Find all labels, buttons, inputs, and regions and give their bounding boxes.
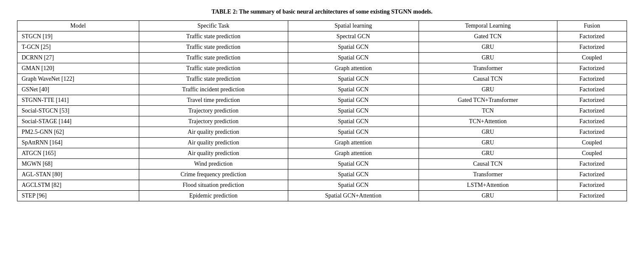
cell-9-1: Air quality prediction	[139, 127, 288, 138]
cell-6-1: Travel time prediction	[139, 95, 288, 106]
cell-9-3: GRU	[419, 127, 557, 138]
cell-10-3: GRU	[419, 138, 557, 148]
cell-1-0: T-GCN [25]	[17, 42, 139, 53]
col-header-0: Model	[17, 21, 139, 31]
cell-1-4: Factorized	[557, 42, 627, 53]
cell-11-3: GRU	[419, 148, 557, 159]
cell-4-0: Graph WaveNet [122]	[17, 74, 139, 85]
cell-7-1: Trajectory prediction	[139, 106, 288, 116]
table-row: GSNet [40]Traffic incident predictionSpa…	[17, 85, 627, 95]
cell-7-4: Factorized	[557, 106, 627, 116]
cell-8-2: Spatial GCN	[288, 116, 419, 127]
caption-text: The summary of basic neural architecture…	[238, 8, 433, 15]
cell-12-3: Causal TCN	[419, 159, 557, 169]
col-header-1: Specific Task	[139, 21, 288, 31]
table-row: Social-STGCN [53]Trajectory predictionSp…	[17, 106, 627, 116]
table-row: STEP [96]Epidemic predictionSpatial GCN+…	[17, 191, 627, 201]
cell-5-3: GRU	[419, 85, 557, 95]
table-row: STGNN-TTE [141]Travel time predictionSpa…	[17, 95, 627, 106]
cell-3-1: Traffic state prediction	[139, 63, 288, 74]
cell-4-3: Causal TCN	[419, 74, 557, 85]
cell-6-3: Gated TCN+Transformer	[419, 95, 557, 106]
cell-0-4: Factorized	[557, 31, 627, 42]
cell-0-0: STGCN [19]	[17, 31, 139, 42]
cell-0-1: Traffic state prediction	[139, 31, 288, 42]
col-header-3: Temporal Learning	[419, 21, 557, 31]
table-row: PM2.5-GNN [62]Air quality predictionSpat…	[17, 127, 627, 138]
cell-1-3: GRU	[419, 42, 557, 53]
col-header-2: Spatial learning	[288, 21, 419, 31]
cell-14-0: AGCLSTM [82]	[17, 180, 139, 191]
cell-13-2: Spatial GCN	[288, 169, 419, 180]
table-row: DCRNN [27]Traffic state predictionSpatia…	[17, 53, 627, 63]
table-row: ATGCN [165]Air quality predictionGraph a…	[17, 148, 627, 159]
cell-12-4: Factorized	[557, 159, 627, 169]
cell-8-1: Trajectory prediction	[139, 116, 288, 127]
table-row: STGCN [19]Traffic state predictionSpectr…	[17, 31, 627, 42]
cell-7-0: Social-STGCN [53]	[17, 106, 139, 116]
cell-11-2: Graph attention	[288, 148, 419, 159]
cell-9-4: Factorized	[557, 127, 627, 138]
cell-2-1: Traffic state prediction	[139, 53, 288, 63]
cell-13-1: Crime frequency prediction	[139, 169, 288, 180]
table-row: AGL-STAN [80]Crime frequency predictionS…	[17, 169, 627, 180]
cell-1-2: Spatial GCN	[288, 42, 419, 53]
table-row: Social-STAGE [144]Trajectory predictionS…	[17, 116, 627, 127]
col-header-4: Fusion	[557, 21, 627, 31]
table-row: T-GCN [25]Traffic state predictionSpatia…	[17, 42, 627, 53]
cell-10-1: Air quality prediction	[139, 138, 288, 148]
cell-4-1: Traffic state prediction	[139, 74, 288, 85]
table-row: GMAN [120]Traffic state predictionGraph …	[17, 63, 627, 74]
cell-2-0: DCRNN [27]	[17, 53, 139, 63]
cell-15-3: GRU	[419, 191, 557, 201]
cell-9-2: Spatial GCN	[288, 127, 419, 138]
cell-3-2: Graph attention	[288, 63, 419, 74]
cell-4-2: Spatial GCN	[288, 74, 419, 85]
table-row: Graph WaveNet [122]Traffic state predict…	[17, 74, 627, 85]
cell-2-4: Coupled	[557, 53, 627, 63]
cell-8-3: TCN+Attention	[419, 116, 557, 127]
cell-14-2: Spatial GCN	[288, 180, 419, 191]
cell-12-0: MGWN [68]	[17, 159, 139, 169]
cell-1-1: Traffic state prediction	[139, 42, 288, 53]
cell-13-0: AGL-STAN [80]	[17, 169, 139, 180]
cell-15-2: Spatial GCN+Attention	[288, 191, 419, 201]
table-row: MGWN [68]Wind predictionSpatial GCNCausa…	[17, 159, 627, 169]
cell-14-4: Factorized	[557, 180, 627, 191]
cell-6-0: STGNN-TTE [141]	[17, 95, 139, 106]
cell-10-4: Coupled	[557, 138, 627, 148]
cell-3-3: Transformer	[419, 63, 557, 74]
cell-13-4: Factorized	[557, 169, 627, 180]
cell-12-1: Wind prediction	[139, 159, 288, 169]
cell-5-0: GSNet [40]	[17, 85, 139, 95]
cell-10-0: SpAttRNN [164]	[17, 138, 139, 148]
cell-12-2: Spatial GCN	[288, 159, 419, 169]
cell-8-0: Social-STAGE [144]	[17, 116, 139, 127]
cell-7-3: TCN	[419, 106, 557, 116]
cell-15-0: STEP [96]	[17, 191, 139, 201]
cell-11-4: Coupled	[557, 148, 627, 159]
cell-14-1: Flood situation prediction	[139, 180, 288, 191]
table-row: SpAttRNN [164]Air quality predictionGrap…	[17, 138, 627, 148]
cell-15-4: Factorized	[557, 191, 627, 201]
cell-5-2: Spatial GCN	[288, 85, 419, 95]
cell-13-3: Transformer	[419, 169, 557, 180]
cell-9-0: PM2.5-GNN [62]	[17, 127, 139, 138]
cell-7-2: Spatial GCN	[288, 106, 419, 116]
cell-10-2: Graph attention	[288, 138, 419, 148]
cell-0-2: Spectral GCN	[288, 31, 419, 42]
caption-label: TABLE 2:	[211, 8, 238, 15]
cell-2-3: GRU	[419, 53, 557, 63]
cell-5-4: Factorized	[557, 85, 627, 95]
cell-2-2: Spatial GCN	[288, 53, 419, 63]
table-row: AGCLSTM [82]Flood situation predictionSp…	[17, 180, 627, 191]
cell-8-4: Factorized	[557, 116, 627, 127]
cell-3-4: Factorized	[557, 63, 627, 74]
cell-3-0: GMAN [120]	[17, 63, 139, 74]
table-caption: TABLE 2: The summary of basic neural arc…	[211, 8, 432, 15]
main-table: ModelSpecific TaskSpatial learningTempor…	[17, 20, 627, 201]
cell-11-1: Air quality prediction	[139, 148, 288, 159]
header-row: ModelSpecific TaskSpatial learningTempor…	[17, 21, 627, 31]
cell-11-0: ATGCN [165]	[17, 148, 139, 159]
cell-14-3: LSTM+Attention	[419, 180, 557, 191]
